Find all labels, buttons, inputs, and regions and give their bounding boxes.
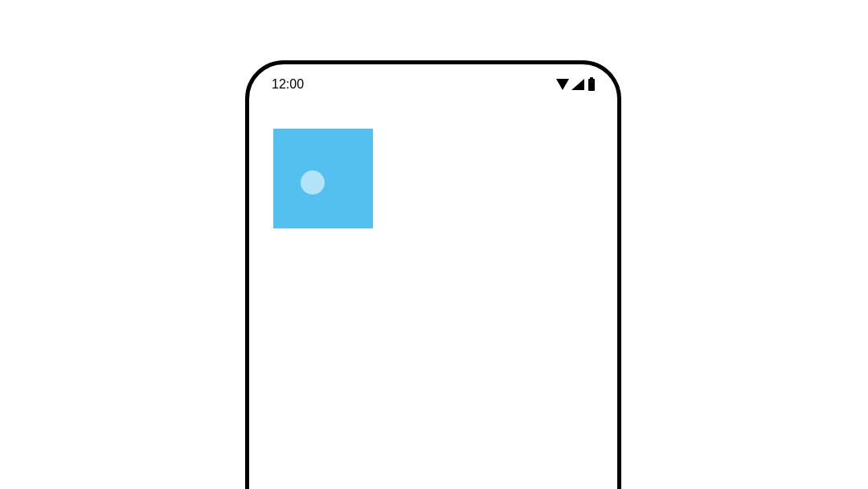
wifi-icon xyxy=(556,79,569,90)
draggable-box[interactable] xyxy=(273,129,373,228)
device-frame: 12:00 xyxy=(245,60,621,489)
touch-ripple-indicator xyxy=(301,171,325,195)
battery-icon xyxy=(588,79,595,91)
signal-icon xyxy=(571,79,584,90)
status-time: 12:00 xyxy=(272,77,304,92)
status-icons xyxy=(556,79,595,91)
content-area xyxy=(249,105,617,489)
status-bar: 12:00 xyxy=(249,64,617,105)
